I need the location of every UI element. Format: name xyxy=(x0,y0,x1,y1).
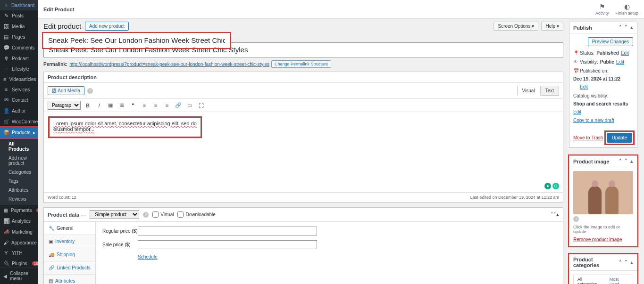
grammarly-icon[interactable]: G xyxy=(552,183,559,189)
calendar-icon: 📅 xyxy=(573,68,578,74)
description-title: Product description xyxy=(48,74,97,80)
product-title-input[interactable] xyxy=(43,33,230,48)
add-media-button[interactable]: 🖼 Add Media xyxy=(48,86,84,95)
sidebar-item-plugins[interactable]: 🔌Plugins10 xyxy=(0,258,38,268)
sidebar-item-author[interactable]: 👤Author xyxy=(0,105,38,116)
preview-changes-button[interactable]: Preview Changes xyxy=(588,37,633,46)
dashboard-icon: ⌂ xyxy=(3,2,8,8)
align-right-button[interactable]: ≡ xyxy=(163,101,171,110)
tab-inventory[interactable]: ▣Inventory xyxy=(44,235,95,248)
remove-image-link[interactable]: Remove product image xyxy=(573,237,622,242)
submenu-tags[interactable]: Tags xyxy=(0,177,38,186)
toggle-icon[interactable]: ▴ xyxy=(630,24,633,31)
sale-price-input[interactable] xyxy=(138,240,317,249)
edit-status-link[interactable]: Edit xyxy=(621,50,629,56)
finish-setup-button[interactable]: ◐Finish setup xyxy=(615,3,638,16)
collapse-menu-button[interactable]: ◀Collapse menu xyxy=(0,268,38,284)
product-data-title: Product data — xyxy=(48,212,86,218)
move-up-icon[interactable]: ˄ xyxy=(619,260,622,266)
editor-toolbar: Paragraph B I ▦ ≣ ❝ ≡ ≡ ≡ 🔗 ▭ ⛶ xyxy=(44,98,563,112)
edit-date-link[interactable]: Edit xyxy=(580,84,588,90)
tab-attributes[interactable]: ▤Attributes xyxy=(44,275,95,284)
add-new-product-button[interactable]: Add new product xyxy=(85,22,129,31)
posts-icon: ✎ xyxy=(3,13,9,19)
permalink-url-link[interactable]: http://localhost/wordpress/?product=snea… xyxy=(69,62,269,67)
move-up-icon[interactable]: ˄ xyxy=(619,158,622,164)
move-down-icon[interactable]: ˅ xyxy=(625,260,627,266)
bullet-list-button[interactable]: ▦ xyxy=(106,101,115,110)
submenu-attributes[interactable]: Attributes xyxy=(0,186,38,195)
edit-catalog-link[interactable]: Edit xyxy=(573,109,581,115)
editor-canvas[interactable]: Lorem ipsum dolor sit amet, consectetur … xyxy=(44,112,563,192)
sidebar-item-woocommerce[interactable]: 🛒WooCommerce xyxy=(0,116,38,127)
sidebar-item-appearance[interactable]: 🖌Appearance xyxy=(0,237,38,248)
edit-visibility-link[interactable]: Edit xyxy=(616,59,624,65)
activity-button[interactable]: ⚑Activity xyxy=(595,3,609,16)
sidebar-item-yith[interactable]: YYITH xyxy=(0,248,38,258)
help-icon[interactable]: ? xyxy=(143,212,149,218)
submenu-all-products[interactable]: All Products xyxy=(0,139,38,154)
tab-text[interactable]: Text xyxy=(540,86,559,96)
change-permalink-button[interactable]: Change Permalink Structure xyxy=(271,60,331,68)
sidebar-item-lifestyle[interactable]: ≡Lifestyle xyxy=(0,64,38,74)
product-image-title: Product image xyxy=(573,159,609,164)
toggle-icon[interactable]: ▴ xyxy=(630,158,633,164)
more-button[interactable]: ▭ xyxy=(185,101,194,110)
submenu-categories[interactable]: Categories xyxy=(0,168,38,177)
help-button[interactable]: Help ▾ xyxy=(541,22,563,31)
sidebar-item-products[interactable]: 📦Products▸ xyxy=(0,127,38,138)
italic-button[interactable]: I xyxy=(95,101,103,110)
quote-button[interactable]: ❝ xyxy=(129,101,137,110)
plugins-icon: 🔌 xyxy=(3,260,9,267)
move-to-trash-link[interactable]: Move to Trash xyxy=(573,135,603,140)
woocommerce-icon: 🛒 xyxy=(3,119,9,125)
bold-button[interactable]: B xyxy=(84,101,92,110)
sidebar-item-posts[interactable]: ✎Posts xyxy=(0,10,38,21)
submenu-reviews[interactable]: Reviews xyxy=(0,195,38,203)
number-list-button[interactable]: ≣ xyxy=(117,101,126,110)
schedule-link[interactable]: Schedule xyxy=(138,254,158,260)
move-down-icon[interactable]: ˅ xyxy=(625,24,627,31)
tab-all-categories[interactable]: All categories xyxy=(574,275,606,284)
collapse-icon: ◀ xyxy=(3,274,7,279)
align-left-button[interactable]: ≡ xyxy=(140,101,149,110)
submenu-add-new-product[interactable]: Add new product xyxy=(0,154,38,168)
sidebar-item-contact[interactable]: ✉Contact xyxy=(0,95,38,105)
update-button[interactable]: Update xyxy=(607,133,632,143)
sidebar-item-podcast[interactable]: 🎙Podcast xyxy=(0,53,38,64)
tab-visual[interactable]: Visual xyxy=(517,86,540,96)
help-icon[interactable]: ? xyxy=(573,216,579,222)
tab-most-used[interactable]: Most Used xyxy=(606,275,633,284)
sidebar-item-videoarticles[interactable]: ≡Videoarticles xyxy=(0,74,38,84)
move-down-icon[interactable]: ˅ xyxy=(625,158,627,164)
toggle-icon[interactable]: ▴ xyxy=(556,211,559,217)
copy-draft-link[interactable]: Copy to a new draft xyxy=(573,118,633,123)
media-icon: 🖼 xyxy=(3,24,9,29)
sidebar-item-marketing[interactable]: 📣Marketing xyxy=(0,227,38,237)
downloadable-checkbox[interactable]: Downloadable xyxy=(177,211,215,218)
tab-linked-products[interactable]: 🔗Linked Products xyxy=(44,261,95,275)
yoast-icon[interactable]: ● xyxy=(544,183,551,189)
fullscreen-button[interactable]: ⛶ xyxy=(197,101,205,110)
tab-shipping[interactable]: 🚚Shipping xyxy=(44,248,95,261)
sidebar-item-dashboard[interactable]: ⌂Dashboard xyxy=(0,0,38,10)
link-button[interactable]: 🔗 xyxy=(174,101,183,110)
sidebar-item-pages[interactable]: ▤Pages xyxy=(0,32,38,42)
product-image-thumbnail[interactable] xyxy=(573,171,633,214)
badge-count: 10 xyxy=(32,261,38,266)
tab-general[interactable]: 🔧General xyxy=(44,222,95,235)
sidebar-item-media[interactable]: 🖼Media xyxy=(0,21,38,32)
help-icon[interactable]: ? xyxy=(87,88,93,94)
sidebar-item-payments[interactable]: ▦Payments1 xyxy=(0,205,38,216)
virtual-checkbox[interactable]: Virtual xyxy=(152,211,174,218)
move-up-icon[interactable]: ˄ xyxy=(619,24,622,31)
align-center-button[interactable]: ≡ xyxy=(151,101,160,110)
sidebar-item-services[interactable]: ≡Services xyxy=(0,84,38,95)
screen-options-button[interactable]: Screen Options ▾ xyxy=(493,22,538,31)
product-type-select[interactable]: Simple product xyxy=(90,210,139,219)
paragraph-select[interactable]: Paragraph xyxy=(48,101,81,110)
toggle-icon[interactable]: ▴ xyxy=(630,260,633,266)
sidebar-item-analytics[interactable]: 📊Analytics xyxy=(0,216,38,227)
regular-price-input[interactable] xyxy=(138,227,317,235)
sidebar-item-comments[interactable]: 💬Comments xyxy=(0,42,38,53)
